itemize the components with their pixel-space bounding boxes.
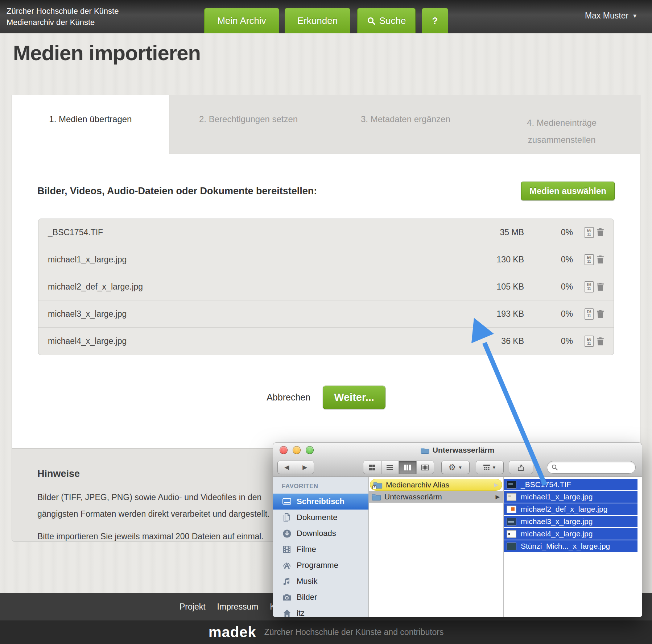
eyechart-icon[interactable]: E611 [585, 227, 594, 238]
finder-header[interactable]: Unterwasserlärm ◀ ▶ [273, 443, 642, 477]
arrange-icon [483, 465, 490, 470]
sidebar-item-bilder[interactable]: Bilder [273, 589, 368, 605]
sidebar-item-dokumente[interactable]: Dokumente [273, 510, 368, 525]
tab-berechtigungen-setzen[interactable]: 2. Berechtigungen setzen [169, 95, 328, 154]
sidebar-item-programme[interactable]: Programme [273, 557, 368, 573]
action-menu-button[interactable]: ⚙ ▼ [441, 461, 470, 474]
eyechart-icon[interactable]: E611 [585, 336, 594, 347]
nav-mein-archiv-button[interactable]: Mein Archiv [204, 8, 279, 33]
sidebar-item-filme[interactable]: Filme [273, 541, 368, 557]
chevron-down-icon: ▼ [632, 13, 637, 19]
next-button[interactable]: Weiter... [323, 386, 385, 409]
upload-row: michael2_def_x_large.jpg 105 KB 0% E611 [38, 273, 614, 300]
film-icon [282, 545, 292, 553]
file-size: 105 KB [444, 282, 524, 292]
finder-file-name: michael3_x_large.jpg [521, 517, 593, 526]
file-name: _BSC1754.TIF [48, 228, 444, 237]
nav-erkunden-button[interactable]: Erkunden [285, 8, 350, 33]
file-size: 36 KB [444, 336, 524, 346]
trash-icon[interactable] [597, 337, 604, 346]
footer-credits: Zürcher Hochschule der Künste and contri… [264, 627, 444, 637]
sidebar-item-downloads[interactable]: Downloads [273, 525, 368, 541]
brand-line2: Medienarchiv der Künste [7, 17, 119, 28]
eyechart-icon[interactable]: E611 [585, 308, 594, 320]
sidebar-item-musik[interactable]: Musik [273, 573, 368, 589]
share-button[interactable] [509, 461, 533, 474]
madek-logo: madek [209, 624, 256, 640]
music-note-icon [282, 577, 292, 586]
chevron-down-icon: ▼ [492, 465, 496, 470]
icon-view-button[interactable] [363, 461, 381, 474]
search-icon [552, 464, 558, 470]
finder-file-row[interactable]: michael1_x_large.jpg [504, 491, 637, 503]
tab-metadaten-ergaenzen[interactable]: 3. Metadaten ergänzen [328, 95, 484, 154]
folder-name: Unterwasserlärm [384, 493, 442, 501]
finder-file-row[interactable]: michael2_def_x_large.jpg [504, 503, 637, 515]
finder-file-name: michael4_x_large.jpg [521, 529, 593, 538]
nav-suche-button[interactable]: Suche [357, 8, 416, 33]
footer-link-impressum[interactable]: Impressum [217, 602, 259, 612]
share-icon [517, 464, 525, 471]
finder-file-row[interactable]: michael4_x_large.jpg [504, 528, 637, 540]
user-menu[interactable]: Max Muster ▼ [585, 11, 637, 21]
folder-icon [372, 493, 381, 500]
finder-file-name: _BSC1754.TIF [521, 480, 571, 489]
tab-medieneintraege-zusammenstellen[interactable]: 4. Medieneinträge zusammenstellen [483, 95, 640, 154]
finder-window: Unterwasserlärm ◀ ▶ [273, 443, 642, 617]
upload-row: _BSC1754.TIF 35 MB 0% E611 [38, 219, 614, 246]
nav-help-button[interactable]: ? [422, 8, 448, 33]
trash-icon[interactable] [597, 309, 604, 318]
file-thumbnail [507, 530, 516, 538]
file-progress: 0% [524, 309, 573, 319]
footer-link-projekt[interactable]: Projekt [179, 602, 206, 612]
file-progress: 0% [524, 336, 573, 346]
finder-file-row[interactable]: _BSC1754.TIF [504, 479, 637, 490]
list-view-button[interactable] [381, 461, 399, 474]
nav-help-label: ? [432, 15, 438, 26]
trash-icon[interactable] [597, 282, 604, 291]
folder-icon [421, 447, 429, 454]
trash-icon[interactable] [597, 255, 604, 264]
user-name: Max Muster [585, 11, 628, 21]
eyechart-icon[interactable]: E611 [585, 281, 594, 292]
finder-file-name: Stünzi_Mich..._x_large.jpg [521, 542, 610, 550]
file-name: michael2_def_x_large.jpg [48, 282, 444, 292]
upload-heading: Bilder, Videos, Audio-Dateien oder Dokum… [37, 186, 317, 197]
column-view-button[interactable] [399, 461, 416, 474]
trash-icon[interactable] [597, 228, 604, 237]
top-navbar: Zürcher Hochschule der Künste Medienarch… [0, 0, 652, 33]
file-thumbnail [507, 543, 516, 550]
file-progress: 0% [524, 282, 573, 292]
finder-file-row[interactable]: michael3_x_large.jpg [504, 516, 637, 527]
coverflow-view-button[interactable] [416, 461, 434, 474]
sidebar-item-itz[interactable]: itz [273, 605, 368, 617]
upload-panel: Bilder, Videos, Audio-Dateien oder Dokum… [12, 154, 640, 448]
download-icon [282, 529, 292, 538]
cancel-button[interactable]: Abbrechen [267, 392, 310, 403]
folder-name: Medienarchiv Alias [386, 481, 449, 489]
finder-search-field[interactable] [547, 461, 636, 474]
forward-button[interactable]: ▶ [296, 461, 314, 474]
search-input[interactable] [560, 464, 627, 471]
chevron-down-icon: ▼ [458, 465, 462, 470]
tab-medien-uebertragen[interactable]: 1. Medien übertragen [12, 95, 169, 154]
applications-icon [282, 561, 292, 569]
gear-icon: ⚙ [449, 463, 456, 471]
back-button[interactable]: ◀ [278, 461, 296, 474]
search-icon [367, 17, 376, 25]
file-progress: 0% [524, 255, 573, 265]
folder-row-unterwasserlaerm[interactable]: Unterwasserlärm ▶ [369, 491, 503, 503]
sidebar-item-schreibtisch[interactable]: Schreibtisch [273, 494, 368, 510]
eyechart-icon[interactable]: E611 [585, 254, 594, 265]
folder-row-medienarchiv-alias[interactable]: ↗ Medienarchiv Alias ▶ [370, 479, 502, 491]
page-title: Medien importieren [13, 41, 201, 65]
finder-file-row[interactable]: Stünzi_Mich..._x_large.jpg [504, 540, 637, 552]
file-progress: 0% [524, 228, 573, 237]
select-media-button[interactable]: Medien auswählen [521, 182, 615, 200]
arrange-menu-button[interactable]: ▼ [476, 461, 504, 474]
file-thumbnail [507, 481, 516, 489]
disclosure-triangle-icon: ▶ [494, 482, 498, 488]
upload-row: michael1_x_large.jpg 130 KB 0% E611 [38, 246, 614, 273]
camera-icon [282, 594, 292, 601]
brand: Zürcher Hochschule der Künste Medienarch… [7, 5, 119, 28]
